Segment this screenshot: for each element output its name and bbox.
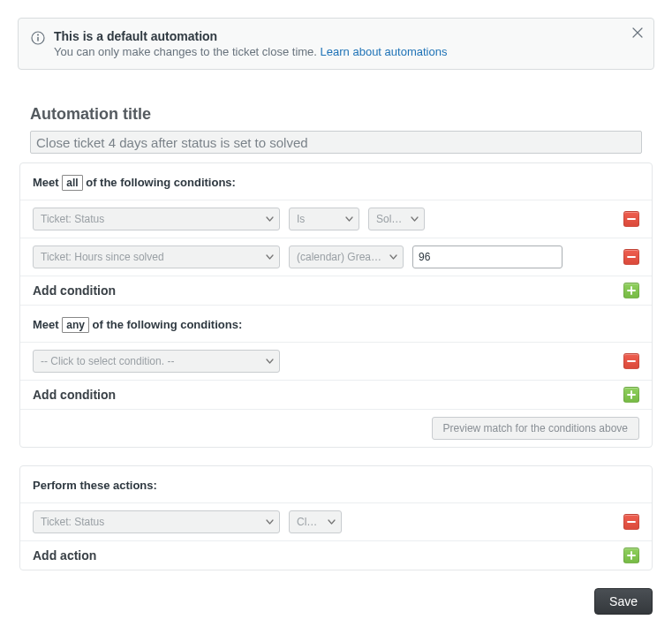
add-any-condition-row: Add condition xyxy=(20,380,652,409)
condition-row: Ticket: Status Is Solved xyxy=(20,200,652,238)
condition-value-select[interactable]: Solved xyxy=(368,208,425,230)
chevron-down-icon xyxy=(345,216,353,222)
footer: Save xyxy=(18,588,654,615)
action-value-select[interactable]: Closed xyxy=(289,510,342,533)
callout-subtitle-lead: You can only make changes to the ticket … xyxy=(54,45,321,58)
condition-operator-select[interactable]: (calendar) Greater than xyxy=(289,245,404,268)
chevron-down-icon xyxy=(266,519,274,525)
conditions-panel: Meet all of the following conditions: Ti… xyxy=(19,162,653,448)
add-condition-label: Add condition xyxy=(33,388,116,402)
condition-value-input[interactable] xyxy=(412,245,563,268)
meet-all-heading: Meet all of the following conditions: xyxy=(20,163,652,200)
action-field-select[interactable]: Ticket: Status xyxy=(33,510,280,533)
meet-any-heading: Meet any of the following conditions: xyxy=(20,305,652,342)
chevron-down-icon xyxy=(411,216,419,222)
remove-condition-button[interactable] xyxy=(623,353,639,369)
learn-link[interactable]: Learn about automations xyxy=(321,45,448,58)
close-icon[interactable] xyxy=(632,27,643,38)
add-all-condition-row: Add condition xyxy=(20,276,652,305)
actions-heading: Perform these actions: xyxy=(20,466,652,502)
chevron-down-icon xyxy=(266,254,274,260)
add-condition-button[interactable] xyxy=(623,283,639,298)
automation-title-input[interactable] xyxy=(30,131,642,154)
condition-operator-select[interactable]: Is xyxy=(289,208,359,230)
remove-action-button[interactable] xyxy=(623,514,639,530)
page-title: Automation title xyxy=(30,105,654,124)
chevron-down-icon xyxy=(389,254,397,260)
preview-row: Preview match for the conditions above xyxy=(20,409,652,447)
add-condition-button[interactable] xyxy=(623,387,639,403)
add-action-label: Add action xyxy=(33,548,96,563)
callout-title: This is a default automation xyxy=(54,29,447,43)
condition-field-select[interactable]: -- Click to select condition. -- xyxy=(33,350,280,373)
info-callout: This is a default automation You can onl… xyxy=(18,18,654,70)
action-row: Ticket: Status Closed xyxy=(20,502,652,540)
svg-point-1 xyxy=(37,34,39,36)
condition-row: -- Click to select condition. -- xyxy=(20,342,652,380)
actions-panel: Perform these actions: Ticket: Status Cl… xyxy=(19,465,653,570)
add-condition-label: Add condition xyxy=(33,283,116,298)
condition-row: Ticket: Hours since solved (calendar) Gr… xyxy=(20,238,652,276)
chevron-down-icon xyxy=(266,359,274,364)
condition-field-select[interactable]: Ticket: Status xyxy=(33,208,280,230)
info-icon xyxy=(31,31,45,45)
chevron-down-icon xyxy=(328,519,336,525)
preview-match-button[interactable]: Preview match for the conditions above xyxy=(432,417,639,440)
callout-subtitle: You can only make changes to the ticket … xyxy=(54,45,447,58)
add-action-button[interactable] xyxy=(623,548,639,563)
save-button[interactable]: Save xyxy=(594,588,653,615)
remove-condition-button[interactable] xyxy=(623,211,639,227)
svg-rect-2 xyxy=(37,37,39,42)
condition-field-select[interactable]: Ticket: Hours since solved xyxy=(33,245,280,268)
add-action-row: Add action xyxy=(20,540,652,570)
remove-condition-button[interactable] xyxy=(623,249,639,265)
chevron-down-icon xyxy=(266,216,274,222)
